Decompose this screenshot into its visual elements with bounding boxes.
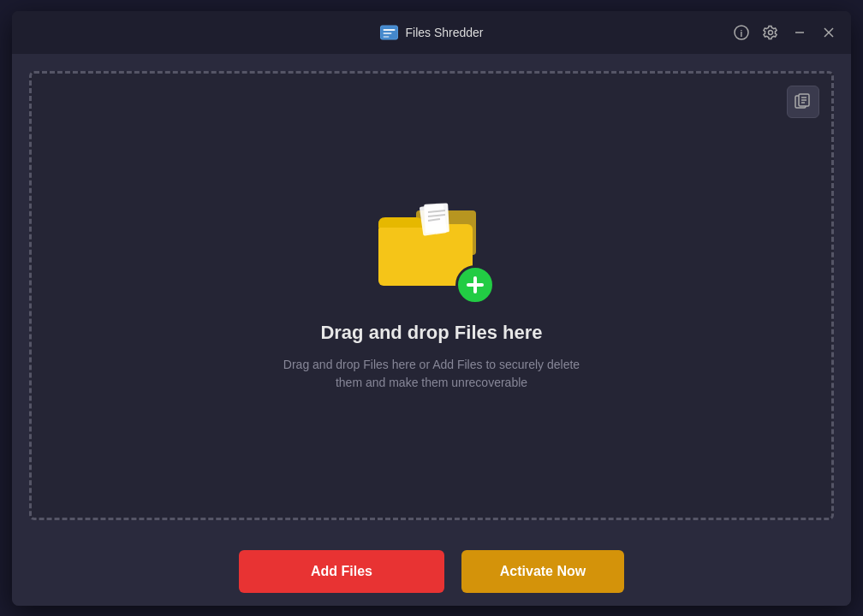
- app-title: Files Shredder: [405, 26, 483, 39]
- close-button[interactable]: [820, 24, 837, 41]
- title-bar: Files Shredder i: [12, 11, 851, 54]
- drop-zone[interactable]: Drag and drop Files here Drag and drop F…: [29, 71, 834, 520]
- svg-rect-17: [424, 203, 449, 233]
- settings-button[interactable]: [762, 24, 779, 41]
- add-files-button[interactable]: Add Files: [239, 550, 444, 593]
- title-bar-center: Files Shredder: [379, 23, 483, 42]
- minimize-button[interactable]: [791, 24, 808, 41]
- svg-rect-1: [383, 29, 395, 31]
- folder-icon-wrapper: [372, 198, 491, 301]
- app-window: Files Shredder i: [12, 11, 851, 606]
- svg-text:i: i: [741, 28, 743, 38]
- activate-now-button[interactable]: Activate Now: [461, 550, 624, 593]
- app-icon: [379, 23, 398, 42]
- corner-icon-button[interactable]: [787, 86, 819, 118]
- svg-rect-2: [383, 33, 391, 34]
- info-button[interactable]: i: [733, 24, 750, 41]
- drop-title: Drag and drop Files here: [320, 322, 542, 344]
- svg-rect-3: [383, 36, 389, 38]
- drop-subtitle: Drag and drop Files here or Add Files to…: [269, 356, 594, 392]
- bottom-bar: Add Files Activate Now: [12, 537, 851, 606]
- plus-badge: [455, 265, 495, 305]
- title-bar-controls: i: [733, 24, 837, 41]
- main-content: Drag and drop Files here Drag and drop F…: [12, 54, 851, 537]
